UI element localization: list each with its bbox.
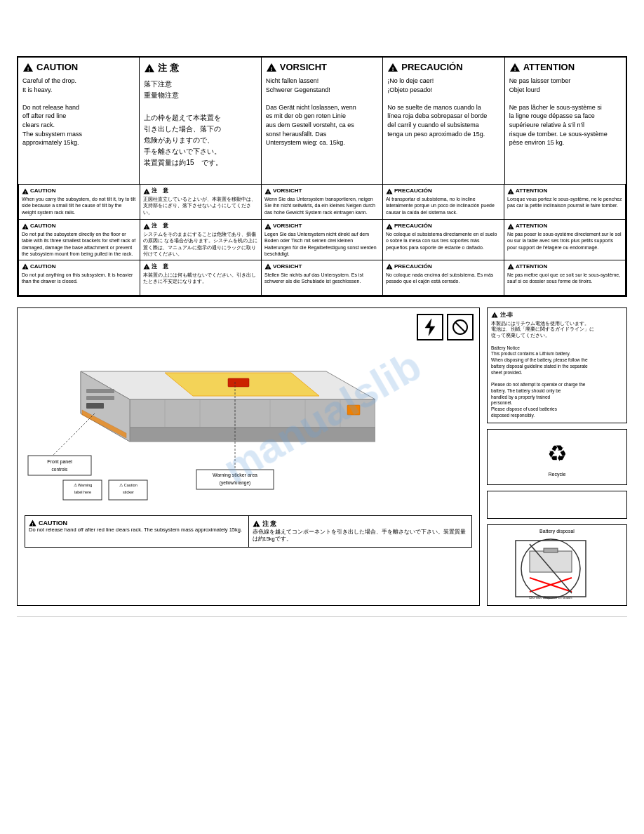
small-precaucion-icon-r1: !: [386, 188, 393, 194]
recycle-icon: ♻: [539, 437, 575, 472]
recycle-label: Recycle: [549, 472, 566, 477]
warn-r3-caution-text: Do not put anything on this subsystem. I…: [22, 272, 137, 284]
small-chui-icon-r2: !: [143, 223, 150, 230]
svg-marker-49: [130, 428, 375, 442]
warn-r3-precaucion-text: No coloque nada encima del subsistema. E…: [386, 272, 501, 284]
server-svg-container: Warning sticker area (yellow/orange) Fro…: [25, 315, 472, 512]
bottom-divider: [17, 616, 627, 617]
attention-triangle-icon: !: [509, 62, 521, 72]
attention-fr-body: Ne pas laisser tomber Objet lourd Ne pas…: [509, 77, 622, 147]
warn-r2-vorsicht-header: ! VORSICHT: [264, 223, 380, 230]
small-vorsicht-icon-r3: !: [264, 263, 271, 270]
warn-r3-attention-text: Ne pas mettre quoi que ce soit sur le so…: [507, 272, 622, 284]
chui-triangle-icon: !: [144, 63, 155, 73]
caution-jp-body: 落下注意 重量物注意 上の枠を超えて本装置を 引き出した場合、落下の 危険があり…: [144, 79, 256, 168]
warn-r1-precaucion: ! PRECAUCIÓN Al transportar el subsistem…: [383, 185, 504, 219]
svg-text:!: !: [27, 66, 29, 72]
vorsicht-de-body: Nicht fallen lassen! Schwerer Gegenstand…: [266, 77, 378, 147]
svg-text:Warning sticker area: Warning sticker area: [213, 472, 257, 478]
battery-info-text: 本製品にはリチウム電池を使用しています。 電池は、別紙「廃棄に関するガイドライン…: [491, 321, 623, 419]
svg-text:⚠ Caution: ⚠ Caution: [119, 483, 137, 487]
warn-r1-attention: ! ATTENTION Lorsque vous portez le sous-…: [504, 185, 625, 219]
warn-r3-caution: ! CAUTION Do not put anything on this su…: [19, 260, 140, 295]
warning-row-1: ! CAUTION When you carry the subsystem, …: [18, 185, 626, 220]
warn-r1-caution: ! CAUTION When you carry the subsystem, …: [19, 185, 140, 219]
precaucion-es-label: PRECAUCIÓN: [401, 62, 462, 72]
svg-text:label here: label here: [74, 490, 91, 494]
warning-row-3: ! CAUTION Do not put anything on this su…: [18, 260, 626, 296]
svg-text:sticker: sticker: [123, 490, 134, 494]
small-vorsicht-icon-r2: !: [264, 223, 271, 230]
svg-marker-47: [130, 399, 375, 428]
caution-jp-cell: ! 注 意 落下注意 重量物注意 上の枠を超えて本装置を 引き出した場合、落下の…: [140, 58, 261, 184]
battery-warning-icon: !: [491, 312, 498, 318]
svg-rect-52: [86, 396, 114, 400]
svg-text:Front panel: Front panel: [47, 459, 72, 465]
warn-r3-vorsicht: ! VORSICHT Stellen Sie nichts auf das Un…: [262, 260, 383, 295]
caution-en-header: ! CAUTION: [22, 62, 135, 72]
battery-info-title: ! 注-非: [491, 312, 623, 319]
warn-r1-jp-text: 正圆柱直立しているとよいが、本装置を移動中は、支持部をにぎり、落下させないように…: [143, 196, 258, 215]
svg-text:♻: ♻: [547, 441, 568, 466]
warn-r2-attention: ! ATTENTION Ne pas poser le sous-système…: [504, 220, 625, 260]
caution-en-cell: ! CAUTION Careful of the drop. It is hea…: [18, 58, 140, 184]
top-warning-table: ! CAUTION Careful of the drop. It is hea…: [17, 56, 627, 297]
spacer-box: [487, 491, 627, 519]
svg-rect-85: [544, 548, 558, 552]
disposal-svg: Do not dispose in trash: [491, 537, 610, 600]
warn-r1-attention-text: Lorsque vous portez le sous-système, ne …: [507, 196, 622, 208]
small-attention-icon-r1: !: [507, 188, 514, 194]
battery-title-text: 注-非: [500, 312, 514, 319]
svg-text:(yellow/orange): (yellow/orange): [220, 480, 250, 486]
warn-r1-precaucion-text: Al transportar el subsistema, no lo incl…: [386, 196, 501, 215]
warn-r3-vorsicht-header: ! VORSICHT: [264, 263, 380, 270]
diag-chui-text: 赤色線を越えてコンポーネントを引き出した場合、手を離さないで下さい。装置質量は約…: [253, 529, 469, 543]
small-caution-icon-r1: !: [22, 188, 29, 194]
attention-fr-cell: ! ATTENTION Ne pas laisser tomber Objet …: [505, 58, 626, 184]
precaucion-es-body: ¡No lo deje caer! ¡Objeto pesado! No se …: [387, 77, 499, 138]
small-attention-icon-r2: !: [507, 223, 514, 230]
svg-rect-53: [86, 403, 104, 409]
warn-r1-precaucion-header: ! PRECAUCIÓN: [386, 187, 501, 194]
diagram-chui-header: ! 注 意: [253, 519, 469, 529]
diagram-left-panel: Warning sticker area (yellow/orange) Fro…: [17, 307, 480, 606]
precaucion-es-cell: ! PRECAUCIÓN ¡No lo deje caer! ¡Objeto p…: [383, 58, 504, 184]
warn-r2-precaucion-text: No coloque el subsistema directamente en…: [386, 231, 501, 250]
diagram-bottom-caution: ! CAUTION Do not release hand off after …: [25, 515, 472, 548]
disposal-diagram-label: Battery disposal: [491, 529, 623, 534]
svg-text:controls: controls: [52, 467, 69, 472]
warn-r3-jp: ! 注 意 本装置の上には何も載せないでください。引き出したときに不安定になりま…: [140, 260, 262, 295]
svg-rect-60: [347, 405, 360, 415]
svg-rect-51: [86, 389, 114, 393]
warn-r2-caution-header: ! CAUTION: [22, 223, 137, 230]
vorsicht-de-label: VORSICHT: [280, 62, 327, 72]
caution-en-label: CAUTION: [36, 62, 78, 72]
diagram-caution-left: ! CAUTION Do not release hand off after …: [25, 516, 249, 547]
caution-triangle-icon: !: [22, 62, 34, 72]
warn-r3-attention-header: ! ATTENTION: [507, 263, 622, 270]
warn-r2-attention-text: Ne pas poser le sous-système directement…: [507, 231, 622, 250]
battery-info-box: ! 注-非 本製品にはリチウム電池を使用しています。 電池は、別紙「廃棄に関する…: [487, 307, 627, 423]
warn-r3-attention: ! ATTENTION Ne pas mettre quoi que ce so…: [504, 260, 625, 295]
warn-r2-vorsicht: ! VORSICHT Legen Sie das Untersystem nic…: [262, 220, 383, 260]
small-precaucion-icon-r3: !: [386, 263, 393, 270]
vorsicht-de-cell: ! VORSICHT Nicht fallen lassen! Schwerer…: [262, 58, 383, 184]
warn-r3-precaucion-header: ! PRECAUCIÓN: [386, 263, 501, 270]
warn-r2-attention-header: ! ATTENTION: [507, 223, 622, 230]
diagram-right-panel: ! 注-非 本製品にはリチウム電池を使用しています。 電池は、別紙「廃棄に関する…: [487, 307, 627, 606]
diag-chui-triangle-icon: !: [253, 520, 260, 527]
small-caution-icon-r2: !: [22, 223, 29, 230]
caution-en-body: Careful of the drop. It is heavy. Do not…: [22, 77, 135, 147]
warn-r3-precaucion: ! PRECAUCIÓN No coloque nada encima del …: [383, 260, 504, 295]
small-chui-icon-r3: !: [143, 263, 150, 270]
warn-r1-caution-header: ! CAUTION: [22, 187, 137, 194]
warn-r3-caution-header: ! CAUTION: [22, 263, 137, 270]
recycle-symbol-box: ♻ Recycle: [487, 429, 627, 485]
warn-r2-jp-header: ! 注 意: [143, 223, 258, 230]
svg-text:⚠ Warning: ⚠ Warning: [74, 483, 93, 487]
warn-r2-caution: ! CAUTION Do not put the subsystem direc…: [19, 220, 140, 260]
small-chui-icon-r1: !: [143, 188, 150, 194]
small-precaucion-icon-r2: !: [386, 223, 393, 230]
warn-r1-vorsicht-header: ! VORSICHT: [264, 187, 380, 194]
server-diagram-svg: Warning sticker area (yellow/orange) Fro…: [25, 329, 375, 519]
